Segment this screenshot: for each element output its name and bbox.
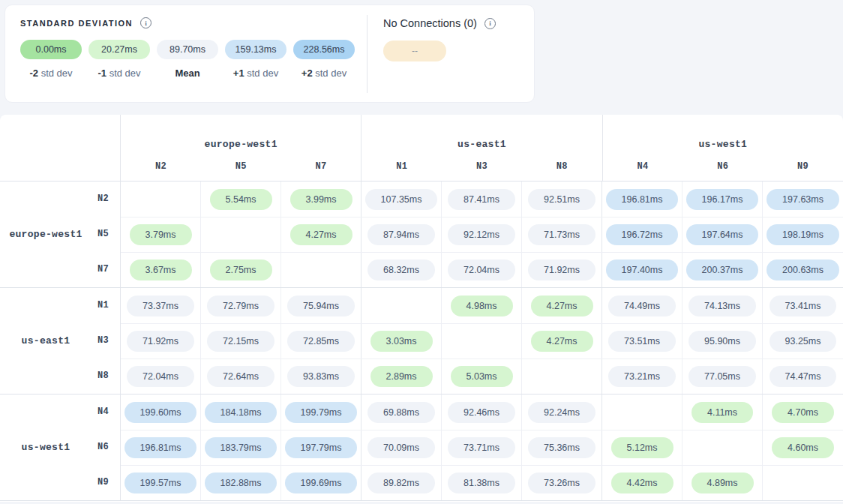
latency-cell-pill[interactable]: 196.81ms (606, 189, 679, 210)
latency-cell-pill[interactable]: 72.79ms (207, 296, 274, 316)
latency-cell-pill[interactable]: 199.57ms (124, 472, 197, 494)
latency-cell-pill[interactable]: 183.79ms (205, 437, 278, 458)
latency-cell: 87.41ms (442, 182, 522, 217)
latency-cell-pill[interactable]: 4.98ms (451, 296, 513, 316)
latency-cell: 4.70ms (763, 394, 843, 430)
header-spacer (0, 115, 121, 181)
latency-cell: 92.12ms (442, 218, 522, 252)
latency-cell-pill[interactable]: 196.17ms (686, 189, 759, 210)
latency-cell-pill[interactable]: 3.67ms (130, 260, 192, 280)
legend-step-label: +1 std dev (225, 68, 286, 79)
latency-cell-pill[interactable]: 74.13ms (688, 296, 756, 316)
table-row: 199.60ms184.18ms199.79ms69.88ms92.46ms92… (121, 394, 843, 430)
latency-cell-pill[interactable]: 196.81ms (124, 437, 197, 458)
latency-cell-pill[interactable]: 3.03ms (370, 331, 433, 352)
self-cell (362, 288, 442, 323)
latency-cell-pill[interactable]: 71.92ms (528, 260, 596, 280)
std-dev-title: STANDARD DEVIATION (20, 19, 133, 28)
latency-cell-pill[interactable]: 184.18ms (205, 402, 278, 423)
latency-cell-pill[interactable]: 72.85ms (287, 331, 355, 352)
latency-cell-pill[interactable]: 4.89ms (692, 472, 754, 494)
latency-cell-pill[interactable]: 5.03ms (451, 366, 513, 387)
col-node-label: N1 (362, 161, 442, 172)
latency-cell-pill[interactable]: 199.79ms (285, 402, 358, 423)
latency-cell-pill[interactable]: 197.79ms (285, 437, 358, 458)
latency-cell-pill[interactable]: 2.75ms (210, 260, 272, 280)
self-cell (281, 253, 362, 287)
latency-cell-pill[interactable]: 73.21ms (608, 366, 676, 387)
info-icon[interactable]: i (140, 17, 152, 28)
latency-cell-pill[interactable]: 196.72ms (606, 224, 679, 245)
latency-cell-pill[interactable]: 68.32ms (368, 260, 435, 280)
latency-cell: 4.27ms (522, 324, 602, 358)
latency-cell-pill[interactable]: 4.27ms (290, 224, 352, 245)
latency-cell-pill[interactable]: 73.37ms (127, 296, 194, 316)
latency-cell-pill[interactable]: 72.04ms (127, 366, 194, 387)
latency-cell: 92.24ms (522, 394, 602, 430)
latency-cell-pill[interactable]: 197.64ms (686, 224, 759, 245)
latency-cell-pill[interactable]: 199.69ms (285, 472, 358, 494)
latency-cell-pill[interactable]: 4.11ms (692, 402, 753, 423)
latency-cell-pill[interactable]: 4.60ms (772, 437, 834, 458)
latency-cell-pill[interactable]: 182.88ms (205, 472, 278, 494)
latency-cell-pill[interactable]: 4.70ms (772, 402, 834, 423)
latency-cell-pill[interactable]: 72.64ms (207, 366, 274, 387)
latency-cell-pill[interactable]: 4.42ms (611, 472, 674, 494)
latency-cell-pill[interactable]: 75.94ms (287, 296, 355, 316)
latency-cell-pill[interactable]: 71.73ms (528, 224, 596, 245)
latency-cell-pill[interactable]: 70.09ms (368, 437, 435, 458)
latency-cell-pill[interactable]: 199.60ms (124, 402, 197, 423)
latency-cell-pill[interactable]: 92.12ms (448, 224, 515, 245)
latency-cell-pill[interactable]: 81.38ms (448, 472, 515, 494)
latency-cell-pill[interactable]: 200.63ms (766, 260, 839, 280)
latency-cell-pill[interactable]: 4.27ms (531, 331, 593, 352)
latency-cell-pill[interactable]: 71.92ms (127, 331, 194, 352)
latency-cell-pill[interactable]: 72.04ms (448, 260, 515, 280)
latency-cell-pill[interactable]: 93.83ms (287, 366, 355, 387)
latency-cell: 199.60ms (121, 394, 201, 430)
latency-cell-pill[interactable]: 3.79ms (130, 224, 192, 245)
latency-cell-pill[interactable]: 73.41ms (770, 296, 837, 316)
latency-cell-pill[interactable]: 74.47ms (770, 366, 837, 387)
latency-cell-pill[interactable]: 5.12ms (611, 437, 674, 458)
table-row: 5.54ms3.99ms107.35ms87.41ms92.51ms196.81… (121, 182, 843, 217)
latency-cell-pill[interactable]: 87.94ms (368, 224, 435, 245)
row-region-label: us-west1 (0, 394, 92, 500)
latency-cell-pill[interactable]: 3.99ms (290, 189, 352, 210)
latency-cell-pill[interactable]: 93.25ms (770, 331, 837, 352)
row-group-label: europe-west1N2N5N7 (0, 182, 121, 287)
latency-cell-pill[interactable]: 87.41ms (448, 189, 515, 210)
latency-cell-pill[interactable]: 73.26ms (528, 472, 596, 494)
network-latency-page: STANDARD DEVIATION i 0.00ms20.27ms89.70m… (0, 0, 843, 504)
latency-cell-pill[interactable]: 4.27ms (531, 296, 593, 316)
legend-step-pill: 20.27ms (88, 40, 150, 59)
latency-cell-pill[interactable]: 107.35ms (365, 189, 438, 210)
latency-cell-pill[interactable]: 92.51ms (528, 189, 596, 210)
latency-cell: 75.36ms (522, 430, 602, 465)
latency-cell: 72.04ms (442, 253, 522, 287)
latency-cell: 73.41ms (763, 288, 843, 323)
latency-cell-pill[interactable]: 72.15ms (207, 331, 274, 352)
latency-cell-pill[interactable]: 89.82ms (368, 472, 435, 494)
self-cell (763, 466, 843, 500)
latency-cell-pill[interactable]: 5.54ms (210, 189, 272, 210)
latency-cell-pill[interactable]: 198.19ms (766, 224, 839, 245)
latency-cell-pill[interactable]: 2.89ms (370, 366, 433, 387)
latency-cell-pill[interactable]: 92.24ms (528, 402, 596, 423)
latency-cell-pill[interactable]: 200.37ms (686, 260, 759, 280)
latency-cell-pill[interactable]: 73.51ms (608, 331, 676, 352)
info-icon[interactable]: i (484, 18, 496, 29)
latency-cell-pill[interactable]: 77.05ms (688, 366, 756, 387)
latency-cell-pill[interactable]: 92.46ms (448, 402, 515, 423)
col-node-label: N5 (201, 161, 281, 172)
latency-cell-pill[interactable]: 74.49ms (608, 296, 676, 316)
latency-cell-pill[interactable]: 95.90ms (688, 331, 756, 352)
latency-cell-pill[interactable]: 73.71ms (448, 437, 515, 458)
latency-cell-pill[interactable]: 69.88ms (368, 402, 435, 423)
latency-cell: 4.98ms (442, 288, 522, 323)
latency-cell: 197.79ms (281, 430, 362, 465)
latency-cell-pill[interactable]: 197.40ms (606, 260, 679, 280)
latency-cell-pill[interactable]: 75.36ms (528, 437, 596, 458)
latency-cell-pill[interactable]: 197.63ms (766, 189, 839, 210)
latency-cell: 73.71ms (442, 430, 522, 465)
